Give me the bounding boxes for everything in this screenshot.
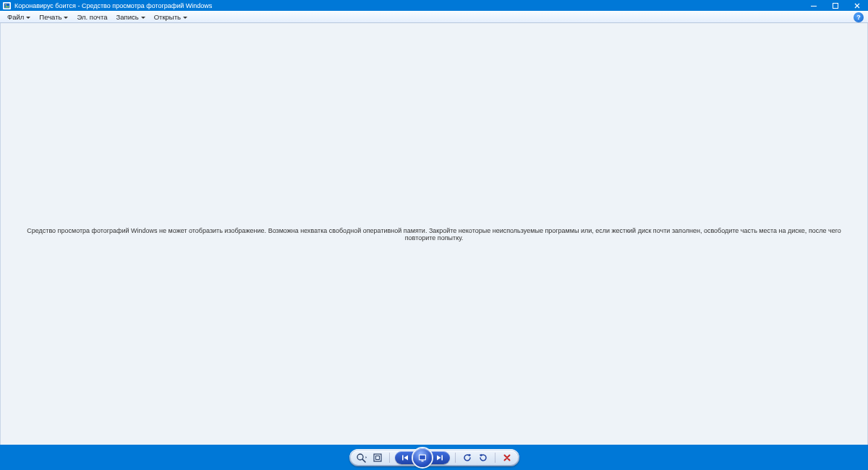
menu-email[interactable]: Эл. почта xyxy=(72,12,111,22)
svg-rect-10 xyxy=(375,456,379,459)
menu-open[interactable]: Открыть xyxy=(150,12,192,22)
svg-rect-11 xyxy=(402,455,404,460)
help-button[interactable]: ? xyxy=(854,12,864,22)
svg-rect-9 xyxy=(374,454,381,461)
next-icon xyxy=(435,453,445,462)
svg-marker-8 xyxy=(365,456,367,458)
minimize-icon xyxy=(810,2,817,9)
toolbar-separator xyxy=(389,453,390,463)
app-icon xyxy=(3,2,11,9)
svg-rect-17 xyxy=(441,455,443,460)
rotate-ccw-button[interactable] xyxy=(461,451,474,464)
error-message: Средство просмотра фотографий Windows не… xyxy=(22,227,846,242)
menu-burn[interactable]: Запись xyxy=(112,12,150,22)
menu-email-label: Эл. почта xyxy=(77,13,107,21)
nav-cluster xyxy=(395,450,450,465)
playback-toolbar xyxy=(349,449,519,466)
svg-rect-15 xyxy=(421,461,423,461)
menu-burn-label: Запись xyxy=(116,13,139,21)
toolbar-separator xyxy=(495,453,495,463)
svg-marker-19 xyxy=(479,453,481,456)
svg-marker-18 xyxy=(469,453,471,456)
maximize-icon xyxy=(832,2,839,9)
previous-icon xyxy=(400,453,410,462)
menu-file-label: Файл xyxy=(7,13,24,21)
svg-rect-4 xyxy=(811,6,817,7)
rotate-cw-icon xyxy=(478,453,488,463)
close-icon xyxy=(854,2,861,9)
maximize-button[interactable] xyxy=(825,0,846,11)
svg-rect-5 xyxy=(833,3,838,8)
chevron-down-icon xyxy=(26,17,30,19)
svg-line-7 xyxy=(362,459,365,462)
menu-print-label: Печать xyxy=(39,13,61,21)
magnifier-icon xyxy=(356,453,367,463)
menu-file[interactable]: Файл xyxy=(3,12,35,22)
svg-rect-14 xyxy=(420,455,425,459)
menu-print[interactable]: Печать xyxy=(35,12,72,22)
chevron-down-icon xyxy=(64,17,68,19)
chevron-down-icon xyxy=(141,17,145,19)
rotate-cw-button[interactable] xyxy=(477,451,490,464)
menu-open-label: Открыть xyxy=(154,13,181,21)
previous-button[interactable] xyxy=(395,451,415,464)
slideshow-icon xyxy=(417,453,427,462)
zoom-button[interactable] xyxy=(355,451,368,464)
viewer-canvas: Средство просмотра фотографий Windows не… xyxy=(0,23,868,445)
minimize-button[interactable] xyxy=(803,0,825,11)
close-button[interactable] xyxy=(846,0,868,11)
toolbar-separator xyxy=(455,453,456,463)
playback-toolbar-inner xyxy=(351,450,518,465)
fit-icon xyxy=(373,453,383,463)
next-button[interactable] xyxy=(430,451,450,464)
command-bar: Файл Печать Эл. почта Запись Открыть ? xyxy=(0,11,868,23)
delete-icon xyxy=(503,453,511,462)
rotate-ccw-icon xyxy=(462,453,472,463)
svg-point-2 xyxy=(5,4,7,5)
window-title: Коронавирус боится - Средство просмотра … xyxy=(14,2,212,9)
chevron-down-icon xyxy=(183,17,187,19)
actual-size-button[interactable] xyxy=(371,451,384,464)
svg-marker-16 xyxy=(437,455,441,460)
help-icon: ? xyxy=(856,14,861,21)
svg-marker-12 xyxy=(404,455,408,460)
title-bar[interactable]: Коронавирус боится - Средство просмотра … xyxy=(0,0,868,11)
delete-button[interactable] xyxy=(501,451,514,464)
slideshow-button[interactable] xyxy=(413,448,432,467)
bottom-bar xyxy=(0,445,868,470)
